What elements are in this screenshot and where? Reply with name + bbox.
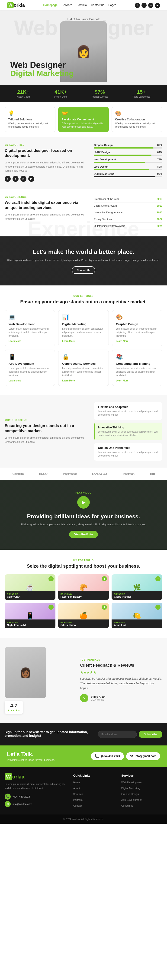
graphic-design-icon: 🎨 bbox=[116, 314, 158, 321]
video-section: Play Video ▶ Providing brilliant ideas f… bbox=[0, 480, 167, 550]
nav-contact[interactable]: Contact us bbox=[91, 3, 104, 7]
service-digital-marketing[interactable]: 📊 Digital Marketing Lorem ipsum dolor si… bbox=[58, 310, 109, 346]
portfolio-item-0[interactable]: ☕ + Branding Color Craft bbox=[5, 574, 55, 600]
hero-hello: Hello! I'm Laura Bennett bbox=[7, 18, 160, 21]
portfolio-item-5[interactable]: 🍋 + Branding Aqua Link bbox=[112, 603, 162, 628]
features-desc: Lorem ipsum dolor sit amet consectetur a… bbox=[5, 436, 87, 444]
service-consulting-link[interactable]: Learn More bbox=[116, 379, 158, 382]
footer-link-services[interactable]: Services bbox=[73, 792, 114, 796]
facebook-icon[interactable]: f bbox=[135, 3, 140, 8]
service-digital-marketing-link[interactable]: Learn More bbox=[62, 340, 105, 342]
service-app-dev-link[interactable]: Learn More bbox=[9, 379, 51, 382]
linkedin-icon[interactable]: in bbox=[148, 3, 153, 8]
portfolio-heading: Seize the digital spotlight and boost yo… bbox=[5, 563, 162, 569]
logo-misc: ■■■ bbox=[150, 472, 155, 476]
award-2: Client Choice Award 2019 bbox=[94, 202, 162, 209]
footer-link-home[interactable]: Home bbox=[73, 780, 114, 784]
skills-ln-icon[interactable]: in bbox=[20, 176, 27, 182]
portfolio-item-4[interactable]: 🍊 + Branding Citrus Rhino bbox=[58, 603, 109, 628]
service-consulting[interactable]: 📚 Consulting and Training Lorem ipsum do… bbox=[112, 350, 162, 386]
skill-uiux: UI/UX Design84% bbox=[94, 151, 162, 156]
newsletter-submit-button[interactable]: Subscribe bbox=[139, 730, 162, 738]
email-label: info@gmail.com bbox=[135, 754, 156, 758]
skills-fb-icon[interactable]: f bbox=[5, 176, 11, 182]
services-grid: 💻 Web Development Lorem ipsum dolor sit … bbox=[5, 310, 162, 386]
author-name: Vicky Allan bbox=[91, 695, 105, 698]
stats-bar: 21K+ Happy Client 41K+ Project Done 97% … bbox=[0, 85, 167, 102]
portfolio-grid: ☕ + Branding Color Craft 🥐 + Branding Pa… bbox=[5, 574, 162, 628]
card-creative[interactable]: 🎨 Creative Collaboration Offering custom… bbox=[112, 107, 162, 132]
youtube-icon[interactable]: ▶ bbox=[155, 3, 160, 8]
portfolio-plus-3[interactable]: + bbox=[49, 605, 54, 610]
nav-logo[interactable]: Workia bbox=[7, 2, 25, 8]
stat-project-done: 41K+ Project Done bbox=[54, 89, 68, 98]
testimonial-image-area: 👩🏾 4.7 ★★★★☆ bbox=[5, 647, 73, 714]
email-contact[interactable]: ✉ info@gmail.com bbox=[126, 752, 160, 760]
portfolio-label-1: Branding PaperBox Bakery bbox=[58, 591, 109, 600]
service-app-dev[interactable]: 📱 App Development Lorem ipsum dolor sit … bbox=[5, 350, 55, 386]
view-portfolio-button[interactable]: View Portfolio bbox=[69, 531, 98, 538]
portfolio-plus-0[interactable]: + bbox=[49, 576, 54, 581]
logo-inspirespot: Inspirespot bbox=[63, 472, 77, 476]
nav-portfolio[interactable]: Portfolio bbox=[77, 3, 87, 7]
card-passionate-title: Passionate Commitment bbox=[62, 118, 106, 121]
footer-link-portfolio[interactable]: Portfolio bbox=[73, 797, 114, 802]
nav-services[interactable]: Services bbox=[62, 3, 72, 7]
feature-partnership[interactable]: One-on-One Partnership Lorem ipsum dolor… bbox=[94, 443, 162, 461]
feature-flexible[interactable]: Flexible and Adaptable Lorem ipsum dolor… bbox=[94, 402, 162, 420]
nav-homepage[interactable]: Homepage bbox=[43, 3, 58, 7]
service-graphic-design-link[interactable]: Learn More bbox=[116, 340, 158, 342]
footer-service-1[interactable]: Web Development bbox=[121, 780, 162, 784]
video-tag: Play Video bbox=[5, 492, 162, 494]
app-dev-icon: 📱 bbox=[9, 353, 51, 360]
footer-service-3[interactable]: Graphic Design bbox=[121, 792, 162, 796]
service-web-dev-desc: Lorem ipsum dolor sit amet consectetur a… bbox=[9, 327, 51, 337]
phone-contact[interactable]: 📞 (694) 450-2924 bbox=[91, 752, 124, 760]
service-cybersecurity[interactable]: 🔒 Cybersecurity Services Lorem ipsum dol… bbox=[58, 350, 109, 386]
stat-success: 97% Project Success bbox=[91, 89, 108, 98]
newsletter-input[interactable] bbox=[98, 730, 137, 738]
feature-innovative[interactable]: Innovative Thinking Lorem ipsum dolor si… bbox=[94, 423, 162, 440]
footer-email-icon: ✉ bbox=[5, 801, 11, 807]
footer-service-5[interactable]: Consulting bbox=[121, 803, 162, 808]
service-cybersecurity-desc: Lorem ipsum dolor sit amet consectetur a… bbox=[62, 367, 105, 377]
experience-section: Experience My Experience We craft indeli… bbox=[0, 189, 167, 236]
stat-experience: 15+ Years Experience bbox=[132, 89, 150, 98]
nav-pages[interactable]: Pages bbox=[108, 3, 116, 7]
portfolio-item-1[interactable]: 🥐 + Branding PaperBox Bakery bbox=[58, 574, 109, 600]
card-tailored[interactable]: 💡 Tailored Solutions Offering custom sol… bbox=[5, 107, 55, 132]
skills-yt-icon[interactable]: ▶ bbox=[28, 176, 34, 182]
dark-banner-desc: Ultrices gravida rhoncus parturient feli… bbox=[5, 258, 162, 262]
footer-service-4[interactable]: App Development bbox=[121, 797, 162, 802]
footer-contact: 📞 (694) 450-2924 ✉ info@workia.com bbox=[5, 794, 66, 807]
footer-service-2[interactable]: Digital Marketing bbox=[121, 786, 162, 790]
phone-label: (694) 450-2924 bbox=[101, 754, 120, 758]
newsletter-heading: Sign up for our newsletter to get update… bbox=[5, 730, 93, 738]
card-passionate[interactable]: 🤝 Passionate Commitment Offering custom … bbox=[58, 107, 109, 132]
portfolio-plus-5[interactable]: + bbox=[155, 605, 161, 610]
portfolio-item-3[interactable]: 📱 + Branding Night Focus Ad bbox=[5, 603, 55, 628]
service-cybersecurity-link[interactable]: Learn More bbox=[62, 379, 105, 382]
skills-tw-icon[interactable]: t bbox=[13, 176, 19, 182]
contact-us-button[interactable]: Contact Us bbox=[72, 266, 95, 274]
testimonial-tag: Testimonials bbox=[80, 659, 162, 661]
twitter-icon[interactable]: t bbox=[142, 3, 147, 8]
service-web-dev[interactable]: 💻 Web Development Lorem ipsum dolor sit … bbox=[5, 310, 55, 346]
card-creative-title: Creative Collaboration bbox=[115, 118, 159, 121]
footer-link-about[interactable]: About bbox=[73, 786, 114, 790]
play-button[interactable]: ▶ bbox=[77, 496, 90, 509]
service-web-dev-link[interactable]: Learn More bbox=[9, 340, 51, 342]
features-section: Why Choose Us Ensuring your design stand… bbox=[0, 395, 167, 468]
footer-email: ✉ info@workia.com bbox=[5, 801, 66, 807]
footer-link-contact[interactable]: Contact bbox=[73, 803, 114, 808]
card-passionate-desc: Offering custom solutions that align wit… bbox=[62, 122, 106, 129]
portfolio-item-2[interactable]: 🌿 + Branding Globe Planner bbox=[112, 574, 162, 600]
portfolio-plus-2[interactable]: + bbox=[155, 576, 161, 581]
footer-services-list: Web Development Digital Marketing Graphi… bbox=[121, 780, 162, 808]
exp-desc: Lorem ipsum dolor sit amet consectetur a… bbox=[5, 213, 87, 221]
service-graphic-design[interactable]: 🎨 Graphic Design Lorem ipsum dolor sit a… bbox=[112, 310, 162, 346]
skills-desc: Lorem ipsum dolor sit amet consectetur a… bbox=[5, 161, 87, 173]
testimonial-text: I couldn't be happier with the results f… bbox=[80, 676, 162, 690]
testimonial-heading: Client Feedback & Reviews bbox=[80, 663, 162, 668]
footer-phone-icon: 📞 bbox=[5, 794, 11, 800]
